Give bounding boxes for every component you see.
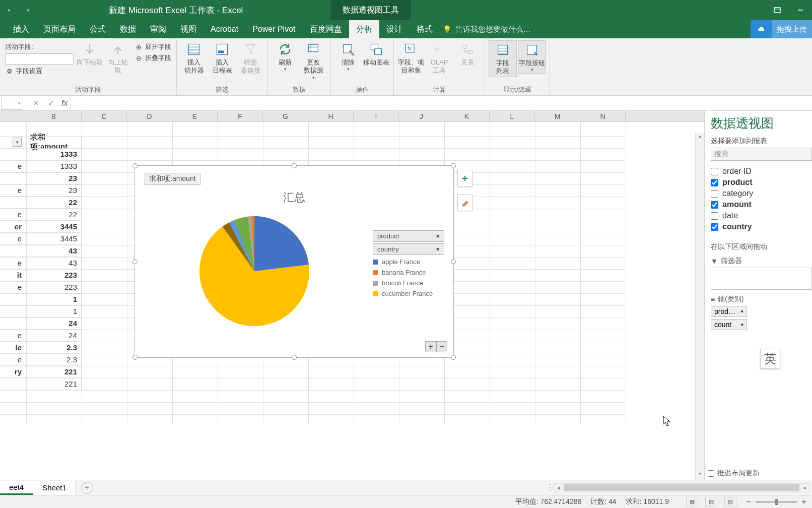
tab-view[interactable]: 视图: [173, 20, 204, 38]
chart-expand-button[interactable]: +: [425, 341, 436, 352]
view-page-layout-button[interactable]: ▤: [705, 497, 717, 507]
legend-filter-country[interactable]: country▾: [373, 243, 444, 255]
table-row-cell[interactable]: 23: [26, 184, 82, 197]
field-checkbox[interactable]: [711, 201, 718, 209]
qat-dropdown-2[interactable]: ▾: [23, 7, 33, 14]
tab-formulas[interactable]: 公式: [83, 20, 113, 38]
table-row-cell[interactable]: 3445: [26, 221, 82, 233]
table-row-cell[interactable]: 1333: [26, 148, 82, 160]
table-row-cell[interactable]: [0, 305, 26, 318]
qat-dropdown-1[interactable]: ▾: [4, 7, 14, 14]
table-row-cell[interactable]: [0, 378, 26, 390]
move-chart-button[interactable]: 移动图表: [362, 40, 390, 68]
field-row[interactable]: order ID: [711, 167, 812, 176]
active-field-input[interactable]: [5, 53, 74, 65]
table-row-cell[interactable]: 43: [26, 257, 82, 269]
sheet-tab[interactable]: Sheet1: [33, 481, 76, 495]
field-row[interactable]: category: [711, 189, 812, 198]
tab-analyze[interactable]: 分析: [349, 20, 379, 38]
enter-icon[interactable]: ✓: [43, 99, 58, 108]
sheet-tab[interactable]: eet4: [0, 481, 33, 495]
tab-design[interactable]: 设计: [379, 20, 410, 38]
table-row-cell[interactable]: 1: [26, 305, 82, 318]
table-row-cell[interactable]: e: [0, 330, 26, 342]
collapse-field-button[interactable]: ⊖折叠字段: [132, 52, 173, 64]
column-header[interactable]: I: [354, 111, 399, 121]
horizontal-scrollbar[interactable]: ◂ ▸: [553, 483, 810, 492]
tab-power-pivot[interactable]: Power Pivot: [245, 20, 302, 38]
insert-slicer-button[interactable]: 插入 切片器: [180, 40, 208, 76]
chart-elements-button[interactable]: +: [457, 170, 472, 187]
tab-format[interactable]: 格式: [410, 20, 440, 38]
resize-handle[interactable]: [292, 355, 297, 360]
table-row-cell[interactable]: [0, 293, 26, 305]
field-checkbox[interactable]: [711, 179, 718, 186]
table-row-cell[interactable]: [0, 172, 26, 184]
insert-timeline-button[interactable]: 插入 日程表: [208, 40, 236, 76]
table-row-cell[interactable]: 221: [26, 378, 82, 390]
axis-chip-country[interactable]: count▾: [711, 319, 747, 330]
field-checkbox[interactable]: [711, 223, 718, 231]
table-row-cell[interactable]: ry: [0, 366, 26, 378]
view-page-break-button[interactable]: ▧: [724, 497, 736, 507]
table-row-cell[interactable]: 1333: [26, 160, 82, 172]
column-header[interactable]: F: [218, 111, 263, 121]
table-row-cell[interactable]: 1: [26, 293, 82, 305]
zoom-out-button[interactable]: −: [743, 497, 754, 506]
column-header[interactable]: K: [444, 111, 490, 121]
table-row-cell[interactable]: 23: [26, 172, 82, 184]
resize-handle[interactable]: [451, 355, 456, 360]
formula-input[interactable]: [71, 97, 812, 110]
legend-item[interactable]: apple France: [373, 258, 444, 266]
table-row-cell[interactable]: 223: [26, 281, 82, 293]
table-row-cell[interactable]: 221: [26, 366, 82, 378]
legend-item[interactable]: cucumber France: [373, 290, 444, 297]
legend-item[interactable]: banana France: [373, 269, 444, 276]
column-header[interactable]: D: [127, 111, 172, 121]
tab-acrobat[interactable]: Acrobat: [204, 20, 245, 38]
table-row-cell[interactable]: 2.3: [26, 354, 82, 366]
field-row[interactable]: date: [711, 211, 812, 220]
field-checkbox[interactable]: [711, 212, 718, 220]
resize-handle[interactable]: [132, 163, 138, 168]
filter-dropdown[interactable]: ▾: [13, 138, 22, 147]
field-buttons-button[interactable]: 字段按钮▾: [518, 40, 546, 74]
zoom-slider[interactable]: [756, 501, 797, 503]
scroll-up-icon[interactable]: ▴: [696, 133, 704, 142]
tab-page-layout[interactable]: 页面布局: [36, 20, 83, 38]
table-row-cell[interactable]: 24: [26, 318, 82, 330]
column-header[interactable]: H: [308, 111, 354, 121]
ribbon-options-icon[interactable]: [766, 0, 789, 20]
table-row-cell[interactable]: le: [0, 342, 26, 354]
field-checkbox[interactable]: [711, 168, 718, 175]
column-header[interactable]: [0, 111, 26, 121]
tab-insert[interactable]: 插入: [6, 20, 36, 38]
chart-title[interactable]: 汇总: [135, 190, 453, 205]
table-row-cell[interactable]: 2.3: [26, 342, 82, 354]
scroll-right-icon[interactable]: ▸: [800, 483, 809, 492]
resize-handle[interactable]: [132, 355, 138, 360]
column-header[interactable]: B: [26, 111, 82, 121]
tab-data[interactable]: 数据: [113, 20, 143, 38]
table-row-cell[interactable]: e: [0, 354, 26, 366]
fx-icon[interactable]: fx: [58, 99, 71, 108]
refresh-button[interactable]: 刷新▾: [271, 40, 299, 73]
column-header[interactable]: E: [172, 111, 218, 121]
filters-area[interactable]: [711, 268, 812, 290]
chart-styles-button[interactable]: [457, 194, 472, 211]
pie-chart[interactable]: [199, 216, 309, 326]
worksheet-grid[interactable]: BCDEFGHIJKLMN ▾求和项:amount1333e133323e232…: [0, 111, 704, 480]
tell-me-box[interactable]: 💡告诉我您想要做什么…: [443, 20, 531, 38]
zoom-in-button[interactable]: +: [799, 497, 809, 506]
resize-handle[interactable]: [292, 163, 297, 168]
minimize-button[interactable]: [789, 0, 812, 20]
table-row-cell[interactable]: 22: [26, 197, 82, 209]
table-row-cell[interactable]: er: [0, 221, 26, 233]
defer-layout-checkbox[interactable]: [708, 470, 714, 477]
field-list-button[interactable]: 字段 列表: [489, 40, 517, 77]
field-checkbox[interactable]: [711, 190, 718, 198]
pivot-chart[interactable]: 求和项:amount 汇总 product▾ country: [134, 165, 454, 358]
table-row-cell[interactable]: 3445: [26, 233, 82, 245]
column-header[interactable]: M: [535, 111, 580, 121]
clear-button[interactable]: 清除▾: [334, 40, 362, 73]
